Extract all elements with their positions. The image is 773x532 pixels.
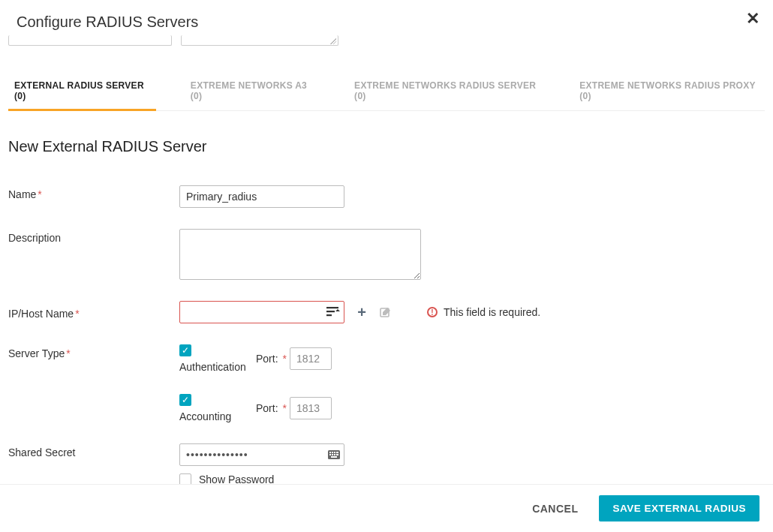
top-input-b[interactable] <box>181 35 338 46</box>
ip-host-label: IP/Host Name* <box>8 305 179 320</box>
svg-rect-6 <box>329 452 331 453</box>
auth-port-input[interactable] <box>290 347 332 370</box>
svg-rect-8 <box>334 452 335 453</box>
authentication-label: Authentication <box>179 361 256 373</box>
authentication-checkbox[interactable]: ✓ <box>179 344 191 356</box>
form-title: New External RADIUS Server <box>8 138 765 155</box>
tabs: EXTERNAL RADIUS SERVER (0) EXTREME NETWO… <box>8 73 765 111</box>
description-textarea[interactable] <box>179 229 421 280</box>
tab-extreme-networks-radius-server[interactable]: EXTREME NETWORKS RADIUS SERVER (0) <box>348 73 545 110</box>
acct-port-input[interactable] <box>290 397 332 419</box>
add-icon[interactable]: + <box>355 305 368 319</box>
accounting-checkbox[interactable]: ✓ <box>179 394 191 406</box>
accounting-label: Accounting <box>179 410 256 422</box>
top-area <box>0 35 773 46</box>
edit-icon[interactable] <box>379 305 393 319</box>
cancel-button[interactable]: CANCEL <box>532 503 578 515</box>
svg-rect-14 <box>331 456 337 458</box>
ip-host-input[interactable] <box>179 301 344 323</box>
keyboard-icon[interactable] <box>328 449 340 460</box>
tab-external-radius-server[interactable]: EXTERNAL RADIUS SERVER (0) <box>8 73 156 110</box>
error-icon: ! <box>427 307 438 317</box>
footer: CANCEL SAVE EXTERNAL RADIUS <box>0 484 773 532</box>
server-type-label: Server Type* <box>8 344 179 359</box>
shared-secret-input[interactable] <box>179 443 344 466</box>
svg-rect-7 <box>332 452 333 453</box>
page-title: Configure RADIUS Servers <box>17 14 756 31</box>
close-icon[interactable]: ✕ <box>743 8 762 30</box>
tab-extreme-networks-a3[interactable]: EXTREME NETWORKS A3 (0) <box>185 73 320 110</box>
name-input[interactable] <box>179 185 344 208</box>
tab-extreme-networks-radius-proxy[interactable]: EXTREME NETWORKS RADIUS PROXY (0) <box>573 73 765 110</box>
name-label: Name* <box>8 185 179 200</box>
svg-rect-12 <box>334 454 335 455</box>
svg-rect-13 <box>336 454 338 455</box>
svg-rect-10 <box>329 454 331 455</box>
shared-secret-label: Shared Secret <box>8 443 179 458</box>
description-label: Description <box>8 229 179 244</box>
svg-rect-11 <box>332 454 333 455</box>
auth-port-label: Port: * <box>256 353 287 365</box>
top-input-a[interactable] <box>8 35 172 46</box>
acct-port-label: Port: * <box>256 402 287 414</box>
svg-rect-9 <box>336 452 338 453</box>
save-external-radius-button[interactable]: SAVE EXTERNAL RADIUS <box>599 495 759 521</box>
ip-error-message: ! This field is required. <box>427 306 540 318</box>
